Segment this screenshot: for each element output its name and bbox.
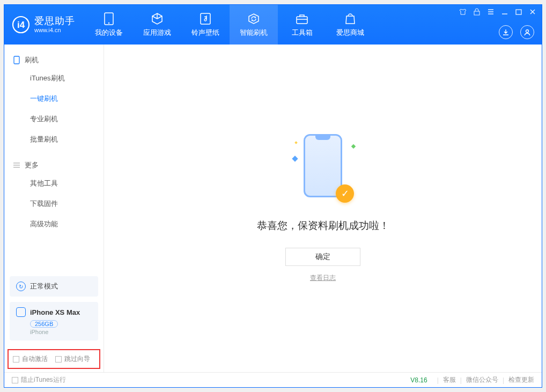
highlight-box: 自动激活 跳过向导 (8, 349, 100, 369)
svg-rect-6 (474, 11, 479, 15)
mode-label: 正常模式 (30, 282, 58, 291)
footer-links: | 客服 | 微信公众号 | 检查更新 (437, 375, 534, 384)
sidebar-item-download-firmware[interactable]: 下载固件 (4, 194, 104, 214)
device-type: iPhone (30, 329, 92, 335)
music-icon (198, 12, 212, 26)
app-url: www.i4.cn (34, 27, 75, 33)
nav-tab-label: 铃声壁纸 (191, 28, 219, 38)
refresh-icon (247, 12, 261, 26)
check-icon: ✓ (336, 184, 354, 203)
nav-tab-device[interactable]: 我的设备 (85, 5, 133, 45)
logo: i4 爱思助手 www.i4.cn (4, 16, 85, 34)
sidebar-item-advanced[interactable]: 高级功能 (4, 214, 104, 234)
cube-icon (150, 12, 164, 26)
sidebar-item-oneclick-flash[interactable]: 一键刷机 (4, 88, 104, 109)
nav-tab-apps[interactable]: 应用游戏 (133, 5, 181, 45)
success-illustration: ✓ (296, 134, 350, 204)
svg-text:i4: i4 (17, 20, 25, 30)
nav-tab-label: 爱思商城 (336, 28, 364, 38)
sidebar: 刷机 iTunes刷机 一键刷机 专业刷机 批量刷机 更多 其他工具 下载固件 … (4, 45, 104, 372)
device-icon (102, 12, 116, 26)
window-controls (459, 8, 536, 16)
download-icon[interactable] (499, 25, 513, 39)
device-name: iPhone XS Max (30, 308, 80, 316)
svg-point-3 (108, 23, 109, 24)
sidebar-header-more: 更多 (4, 157, 104, 173)
tshirt-icon[interactable] (459, 8, 467, 16)
header-right-icons (499, 25, 534, 39)
svg-rect-7 (516, 10, 521, 14)
success-message: 恭喜您，保资料刷机成功啦！ (257, 219, 389, 233)
nav-tab-label: 我的设备 (95, 28, 123, 38)
nav-tab-label: 智能刷机 (240, 28, 268, 38)
ok-button[interactable]: 确定 (285, 248, 360, 266)
footer-link-wechat[interactable]: 微信公众号 (466, 375, 498, 384)
sidebar-header-flash: 刷机 (4, 52, 104, 68)
logo-icon: i4 (12, 16, 30, 34)
nav-tabs: 我的设备 应用游戏 铃声壁纸 智能刷机 工具箱 爱思商城 (85, 5, 374, 45)
auto-activate-checkbox[interactable]: 自动激活 (13, 354, 48, 364)
skip-guide-checkbox[interactable]: 跳过向导 (55, 354, 90, 364)
version-label: V8.16 (410, 376, 427, 384)
app-name: 爱思助手 (34, 16, 75, 27)
mode-icon: ↻ (16, 282, 26, 291)
nav-tab-toolbox[interactable]: 工具箱 (278, 5, 326, 45)
minimize-icon[interactable] (501, 8, 508, 16)
checkbox-label: 自动激活 (22, 354, 48, 364)
checkbox-label: 阻止iTunes运行 (21, 375, 66, 384)
main-content: ✓ 恭喜您，保资料刷机成功啦！ 确定 查看日志 (104, 45, 542, 372)
sidebar-item-batch-flash[interactable]: 批量刷机 (4, 129, 104, 150)
svg-point-8 (526, 30, 529, 33)
app-window: i4 爱思助手 www.i4.cn 我的设备 应用游戏 铃声壁纸 智能刷 (4, 4, 542, 388)
device-capacity: 256GB (30, 320, 58, 328)
device-card[interactable]: iPhone XS Max 256GB iPhone (10, 302, 98, 341)
body: 刷机 iTunes刷机 一键刷机 专业刷机 批量刷机 更多 其他工具 下载固件 … (4, 45, 542, 372)
sidebar-section-more: 更多 其他工具 下载固件 高级功能 (4, 150, 104, 234)
svg-rect-5 (297, 17, 307, 24)
nav-tab-store[interactable]: 爱思商城 (326, 5, 374, 45)
header: i4 爱思助手 www.i4.cn 我的设备 应用游戏 铃声壁纸 智能刷 (4, 5, 542, 45)
lock-icon[interactable] (473, 8, 481, 16)
sidebar-item-other-tools[interactable]: 其他工具 (4, 173, 104, 194)
nav-tab-ringtone[interactable]: 铃声壁纸 (181, 5, 230, 45)
sidebar-item-itunes-flash[interactable]: iTunes刷机 (4, 68, 104, 88)
toolbox-icon (295, 12, 309, 26)
sidebar-item-pro-flash[interactable]: 专业刷机 (4, 109, 104, 129)
maximize-icon[interactable] (515, 8, 522, 16)
footer-link-update[interactable]: 检查更新 (508, 375, 534, 384)
sidebar-header-label: 刷机 (25, 55, 39, 65)
mode-card[interactable]: ↻ 正常模式 (10, 276, 98, 297)
user-icon[interactable] (520, 25, 534, 39)
checkbox-label: 跳过向导 (64, 354, 90, 364)
close-icon[interactable] (529, 8, 536, 16)
svg-rect-9 (14, 56, 19, 64)
bag-icon (343, 12, 357, 26)
list-icon (13, 161, 20, 169)
view-log-link[interactable]: 查看日志 (310, 273, 336, 283)
nav-tab-label: 工具箱 (292, 28, 313, 38)
sidebar-section-flash: 刷机 iTunes刷机 一键刷机 专业刷机 批量刷机 (4, 45, 104, 150)
nav-tab-label: 应用游戏 (143, 28, 171, 38)
nav-tab-flash[interactable]: 智能刷机 (230, 5, 278, 45)
footer-link-support[interactable]: 客服 (443, 375, 456, 384)
footer: 阻止iTunes运行 V8.16 | 客服 | 微信公众号 | 检查更新 (4, 372, 542, 387)
phone-icon (13, 56, 20, 64)
sidebar-header-label: 更多 (25, 160, 39, 170)
stop-itunes-checkbox[interactable]: 阻止iTunes运行 (12, 375, 66, 384)
menu-icon[interactable] (487, 8, 495, 16)
device-small-icon (16, 307, 26, 317)
